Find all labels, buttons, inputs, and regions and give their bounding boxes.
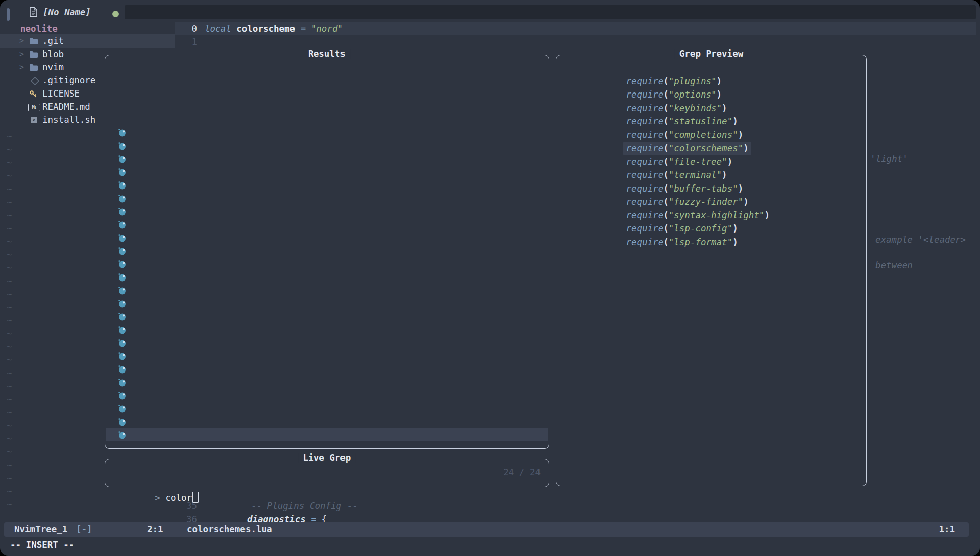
result-row[interactable]: nvim/lua/colorschemes.lua:139:12: vim.cm… xyxy=(106,231,548,244)
result-row[interactable]: nvim/lua/colorschemes.lua:40:41: backgro… xyxy=(106,349,548,362)
result-row[interactable]: nvim/lua/file-tree.lua:6:16:vim.opt.term… xyxy=(106,205,548,218)
tilde: ~ xyxy=(7,366,12,380)
require-keyword: require xyxy=(626,89,663,100)
tilde: ~ xyxy=(7,340,12,353)
tilde: ~ xyxy=(7,143,12,156)
result-row[interactable]: nvim/lua/plugins.lua:16:16: -- Catppucci… xyxy=(106,152,548,165)
paren-open: ( xyxy=(663,76,669,86)
chevron-right-icon[interactable]: > xyxy=(19,34,24,48)
result-row[interactable]: nvim/lua/colorschemes.lua:34:3: colors =… xyxy=(106,376,548,389)
tree-item-git[interactable]: > .git xyxy=(0,34,175,48)
require-keyword: require xyxy=(626,116,663,126)
chevron-right-icon[interactable]: > xyxy=(19,61,24,74)
paren-close: ) xyxy=(732,116,738,126)
result-row[interactable]: nvim/lua/buffer-tabs.lua:1:15:-- set ter… xyxy=(106,139,548,152)
module-string: "fuzzy-finder" xyxy=(669,197,744,207)
statusline: NvimTree_1 [-] 2:1 colorschemes.lua 1:1 xyxy=(4,522,969,537)
identifier-colorscheme: colorscheme xyxy=(236,24,295,34)
require-keyword: require xyxy=(626,223,663,234)
result-row[interactable]: nvim/lua/colorschemes.lua:133:4:if color… xyxy=(106,244,548,257)
folder-icon xyxy=(29,51,38,58)
result-row[interactable]: nvim/lua/colorschemes.lua:13:8: term_col… xyxy=(106,389,548,402)
results-window: Results nvim/lua/buffer-tabs.lua:2:16:vi… xyxy=(105,55,549,449)
result-row[interactable]: nvim/lua/colorschemes.lua:1:7:local colo… xyxy=(106,415,548,428)
result-row[interactable]: > nvim/init.lua:6:10:require("colorschem… xyxy=(106,428,548,441)
lua-file-icon xyxy=(118,326,126,334)
prompt-icon: > xyxy=(155,493,160,503)
tilde: ~ xyxy=(7,327,12,340)
results-title: Results xyxy=(304,49,350,59)
paren-close: ) xyxy=(722,103,727,113)
module-string: "terminal" xyxy=(669,170,722,180)
tilde: ~ xyxy=(7,432,12,445)
tilde: ~ xyxy=(7,445,12,458)
lua-file-icon xyxy=(118,273,126,282)
lua-file-icon xyxy=(118,247,126,255)
line-number-1: 1 xyxy=(176,35,197,49)
grep-preview-title: Grep Preview xyxy=(675,49,748,59)
screen: [No Name] 0 local colorscheme = "nord" 1… xyxy=(0,0,980,556)
lua-file-icon xyxy=(118,418,126,426)
tilde: ~ xyxy=(7,169,12,182)
editor-line-0[interactable]: local colorscheme = "nord" xyxy=(205,22,343,35)
result-row[interactable]: nvim/lua/colorschemes.lua:102:4:if color… xyxy=(106,284,548,297)
module-string: "lsp-config" xyxy=(669,223,732,234)
filetree-root[interactable]: neolite xyxy=(20,22,58,35)
lua-file-icon xyxy=(118,312,126,321)
lua-file-icon xyxy=(118,391,126,400)
chevron-right-icon[interactable]: > xyxy=(19,48,24,61)
grep-input[interactable]: > color xyxy=(112,459,199,485)
result-row[interactable]: nvim/lua/plugins.lua:10:13: -- Onedark c… xyxy=(106,178,548,192)
tab-noname[interactable]: [No Name] xyxy=(43,5,91,19)
result-row[interactable]: nvim/lua/colorschemes.lua:38:29: darker … xyxy=(106,362,548,376)
markdown-icon: M↓ xyxy=(28,104,40,111)
tilde: ~ xyxy=(7,182,12,196)
tilde: ~ xyxy=(7,419,12,432)
tilde: ~ xyxy=(7,301,12,314)
line-number-current: 0 xyxy=(176,22,197,35)
result-row[interactable]: nvim/lua/colorschemes.lua:130:12: vim.cm… xyxy=(106,257,548,270)
lua-file-icon xyxy=(118,404,126,413)
tilde: ~ xyxy=(7,380,12,393)
tree-item-label: LICENSE xyxy=(42,87,80,100)
tree-item-label: README.md xyxy=(42,100,90,113)
result-row[interactable]: nvim/lua/colorschemes.lua:3:4:if colorsc… xyxy=(106,402,548,415)
tilde: ~ xyxy=(7,393,12,406)
paren-open: ( xyxy=(663,237,669,247)
lua-file-icon xyxy=(118,142,126,150)
text-cursor xyxy=(192,492,199,503)
tilde: ~ xyxy=(7,458,12,472)
result-row[interactable]: nvim/lua/plugins.lua:7:10: -- Nord color… xyxy=(106,192,548,205)
folder-icon xyxy=(29,64,38,71)
tilde: ~ xyxy=(7,196,12,209)
result-row[interactable]: nvim/lua/file-tree.lua:5:15:-- set termg… xyxy=(106,218,548,231)
result-row[interactable]: nvim/lua/colorschemes.lua:63:8: term_col… xyxy=(106,323,548,336)
result-row[interactable]: nvim/lua/colorschemes.lua:103:45: -- set… xyxy=(106,270,548,284)
tree-item-label: install.sh xyxy=(42,113,95,126)
preview-lines: require("plugins") require("options") re… xyxy=(562,61,864,236)
modified-dot-icon xyxy=(112,11,119,17)
paren-open: ( xyxy=(663,143,669,153)
result-row[interactable]: nvim/lua/plugins.lua:13:13: -- Gruvbox c… xyxy=(106,165,548,178)
tilde: ~ xyxy=(7,485,12,498)
operator-equals: = xyxy=(301,24,306,34)
paren-close: ) xyxy=(738,183,744,194)
key-icon xyxy=(29,90,37,98)
grep-preview-window: Grep Preview require("plugins") require(… xyxy=(556,55,867,486)
tree-item-label: nvim xyxy=(42,61,64,74)
result-row[interactable]: nvim/lua/colorschemes.lua:85:3: color_ov… xyxy=(106,310,548,323)
bg-fragment-between: between xyxy=(875,259,913,272)
tilde: ~ xyxy=(7,314,12,327)
lua-file-icon xyxy=(118,234,126,242)
tilde: ~ xyxy=(7,498,12,511)
lua-file-icon xyxy=(118,220,126,229)
module-string: "colorschemes" xyxy=(669,143,744,153)
module-string: "statusline" xyxy=(669,116,732,126)
result-row[interactable]: nvim/lua/colorschemes.lua:99:10: vim.cmd… xyxy=(106,297,548,310)
tilde: ~ xyxy=(7,130,12,143)
result-row[interactable]: nvim/lua/colorschemes.lua:48:4:if colors… xyxy=(106,336,548,349)
result-row[interactable]: nvim/lua/buffer-tabs.lua:2:16:vim.opt.te… xyxy=(106,126,548,139)
tree-item-label: .git xyxy=(42,34,64,48)
lua-file-icon xyxy=(118,365,126,374)
live-grep-title: Live Grep xyxy=(299,453,356,463)
